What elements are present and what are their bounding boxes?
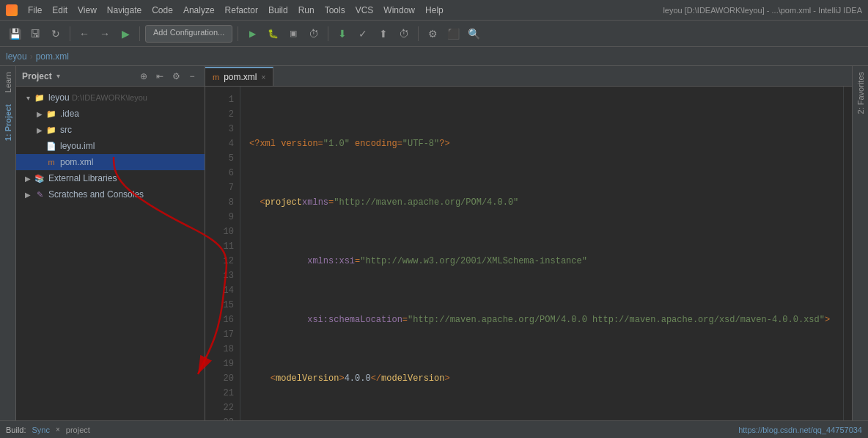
profile-button[interactable]: ⏱ <box>305 25 323 43</box>
status-bar: Build: Sync × project https://blog.csdn.… <box>0 420 868 438</box>
menu-bar: File Edit View Navigate Code Analyze Ref… <box>23 4 448 17</box>
url-text: https://blog.csdn.net/qq_44757034 <box>738 426 862 434</box>
tree-label-scratches: Scratches and Consoles <box>48 189 144 200</box>
toolbar: 💾 🖫 ↻ ← → ▶ Add Configuration... ▶ 🐛 ▣ ⏱… <box>0 21 868 47</box>
code-line-3: xmlns:xsi="http://www.w3.org/2001/XMLSch… <box>249 254 834 269</box>
menu-build[interactable]: Build <box>264 4 293 17</box>
menu-code[interactable]: Code <box>147 4 177 17</box>
line-numbers: 12345 678910 1112131415 1617181920 21222… <box>205 87 240 420</box>
code-line-5: <modelVersion>4.0.0</modelVersion> <box>249 371 834 386</box>
menu-help[interactable]: Help <box>421 4 448 17</box>
project-dropdown-icon[interactable]: ▾ <box>56 72 60 80</box>
sidebar-tab-project[interactable]: 1: Project <box>1 98 15 147</box>
toolbar-sep-4 <box>328 26 328 41</box>
expand-arrow-src: ▶ <box>34 124 45 136</box>
toolbar-sep-2 <box>139 26 140 41</box>
breadcrumb: leyou › pom.xml <box>0 47 868 66</box>
locate-file-icon[interactable]: ⊕ <box>137 70 150 83</box>
tree-item-src[interactable]: ▶ 📁 src <box>16 122 205 138</box>
toolbar-sep-5 <box>418 26 419 41</box>
sync-button[interactable]: ↻ <box>47 25 65 43</box>
menu-edit[interactable]: Edit <box>48 4 72 17</box>
window-title: leyou [D:\IDEAWORK\leyou] - ...\pom.xml … <box>663 6 862 15</box>
code-content[interactable]: <?xml version="1.0" encoding="UTF-8"?> <… <box>240 87 843 420</box>
vcs-update-button[interactable]: ⬇ <box>334 25 351 43</box>
editor-area: m pom.xml × 12345 678910 1112131415 1617… <box>205 66 852 420</box>
tree-item-pom-xml[interactable]: m pom.xml <box>16 154 205 170</box>
project-footer-label: project <box>66 426 90 434</box>
debug-button[interactable]: 🐛 <box>264 25 282 43</box>
tree-label-leyou-iml: leyou.iml <box>60 141 95 151</box>
tab-pom-xml-close[interactable]: × <box>262 73 266 81</box>
folder-icon-idea: 📁 <box>45 108 57 120</box>
terminal-button[interactable]: ⬛ <box>444 25 462 43</box>
expand-arrow-scratches: ▶ <box>22 189 34 200</box>
editor-tabs: m pom.xml × <box>205 66 852 87</box>
breadcrumb-pomxml[interactable]: pom.xml <box>36 51 69 62</box>
menu-tools[interactable]: Tools <box>320 4 350 17</box>
tree-item-leyou-iml[interactable]: 📄 leyou.iml <box>16 138 205 154</box>
toolbar-sep-1 <box>70 26 70 41</box>
sidebar-tab-learn[interactable]: Learn <box>1 66 15 98</box>
scratch-icon: ✎ <box>34 189 45 200</box>
collapse-all-icon[interactable]: ⇤ <box>153 70 166 83</box>
vcs-history-button[interactable]: ⏱ <box>395 25 413 43</box>
search-everywhere-button[interactable]: 🔍 <box>465 25 482 43</box>
code-line-4: xsi:schemaLocation="http://maven.apache.… <box>249 313 834 327</box>
tree-label-pom-xml: pom.xml <box>60 157 93 167</box>
folder-icon-src: 📁 <box>45 124 57 136</box>
toolbar-sep-3 <box>238 26 238 41</box>
sync-close-button[interactable]: × <box>56 426 60 434</box>
tree-label-idea: .idea <box>60 109 79 119</box>
project-label: Project <box>22 71 52 81</box>
iml-file-icon: 📄 <box>45 140 57 152</box>
menu-refactor[interactable]: Refactor <box>221 4 262 17</box>
forward-button[interactable]: → <box>96 25 114 43</box>
sync-label[interactable]: Sync <box>32 426 50 434</box>
coverage-button[interactable]: ▣ <box>284 25 302 43</box>
code-line-2: <project xmlns="http://maven.apache.org/… <box>249 195 834 210</box>
tab-pom-xml[interactable]: m pom.xml × <box>205 67 273 86</box>
vcs-push-button[interactable]: ⬆ <box>375 25 392 43</box>
tree-item-scratches[interactable]: ▶ ✎ Scratches and Consoles <box>16 186 205 202</box>
back-button[interactable]: ← <box>76 25 93 43</box>
project-header-icons: ⊕ ⇤ ⚙ − <box>137 70 199 83</box>
sidebar-tab-favorites[interactable]: 2: Favorites <box>854 66 867 120</box>
save-all-button[interactable]: 🖫 <box>26 25 44 43</box>
menu-view[interactable]: View <box>73 4 101 17</box>
tree-label-external-libs: External Libraries <box>48 173 117 183</box>
tree-label-leyou: leyou D:\IDEAWORK\leyou <box>48 92 147 103</box>
menu-window[interactable]: Window <box>379 4 419 17</box>
tree-item-external-libs[interactable]: ▶ 📚 External Libraries <box>16 170 205 186</box>
right-gutter <box>843 87 852 420</box>
menu-navigate[interactable]: Navigate <box>103 4 146 17</box>
left-sidebar-tabs: Learn 1: Project <box>0 66 16 420</box>
tab-pom-xml-icon: m <box>213 73 219 81</box>
external-libs-icon: 📚 <box>34 172 45 184</box>
breadcrumb-leyou[interactable]: leyou <box>6 51 27 62</box>
maven-file-icon: m <box>45 156 57 168</box>
menu-vcs[interactable]: VCS <box>351 4 378 17</box>
expand-arrow-ext-libs: ▶ <box>22 172 34 184</box>
project-header: Project ▾ ⊕ ⇤ ⚙ − <box>16 66 205 87</box>
breadcrumb-sep: › <box>30 51 33 62</box>
hide-panel-icon[interactable]: − <box>185 70 199 83</box>
run-button[interactable]: ▶ <box>243 25 261 43</box>
save-button[interactable]: 💾 <box>6 25 23 43</box>
add-configuration-button[interactable]: Add Configuration... <box>145 25 232 43</box>
project-settings-icon[interactable]: ⚙ <box>169 70 183 83</box>
tree-item-idea[interactable]: ▶ 📁 .idea <box>16 106 205 122</box>
folder-icon-leyou: 📁 <box>34 92 45 103</box>
menu-run[interactable]: Run <box>294 4 319 17</box>
project-tree: ▾ 📁 leyou D:\IDEAWORK\leyou ▶ 📁 .idea ▶ … <box>16 87 205 420</box>
run-prev-button[interactable]: ▶ <box>117 25 134 43</box>
expand-arrow-leyou: ▾ <box>22 92 34 103</box>
app-logo <box>6 4 18 16</box>
vcs-commit-button[interactable]: ✓ <box>354 25 372 43</box>
tree-item-leyou-root[interactable]: ▾ 📁 leyou D:\IDEAWORK\leyou <box>16 90 205 106</box>
settings-button[interactable]: ⚙ <box>424 25 441 43</box>
code-editor[interactable]: 12345 678910 1112131415 1617181920 21222… <box>205 87 852 420</box>
menu-analyze[interactable]: Analyze <box>179 4 219 17</box>
menu-file[interactable]: File <box>23 4 46 17</box>
code-line-1: <?xml version="1.0" encoding="UTF-8"?> <box>249 136 834 151</box>
